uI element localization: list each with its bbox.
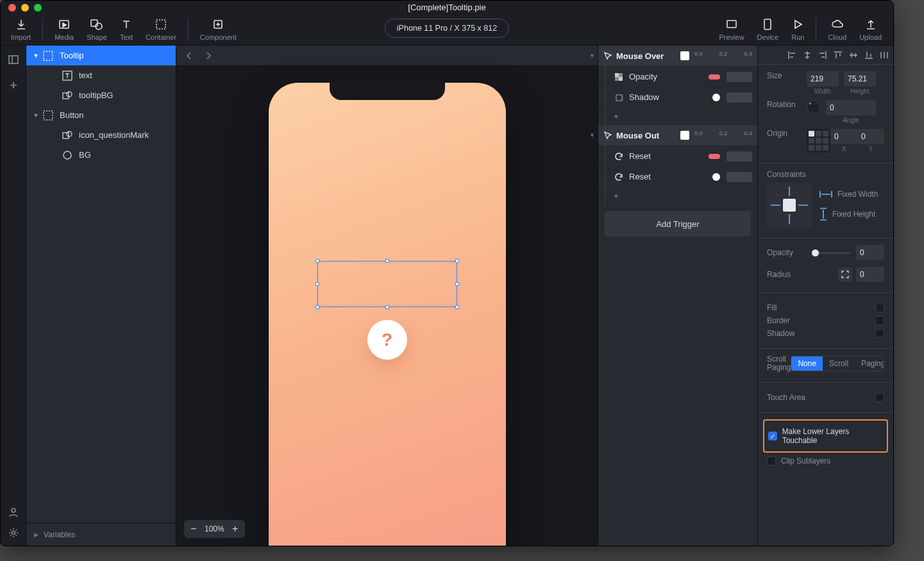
fill-toggle[interactable] <box>875 303 884 312</box>
container-icon <box>43 110 53 121</box>
rotation-field[interactable]: 0 <box>826 100 876 115</box>
color-indicator <box>709 74 720 80</box>
zoom-out-button[interactable]: − <box>187 523 201 535</box>
variables-row[interactable]: ▶ Variables <box>26 523 176 546</box>
origin-x-field[interactable]: 0 <box>830 129 857 144</box>
touch-area-row[interactable]: Touch Area <box>767 393 884 402</box>
media-button[interactable]: Media <box>48 17 80 41</box>
width-field[interactable]: 219 <box>807 71 839 87</box>
add-page-icon[interactable] <box>8 80 19 90</box>
container-button[interactable]: Container <box>139 17 183 41</box>
height-field[interactable]: 75.21 <box>844 71 876 87</box>
trigger-action-reset[interactable]: Reset <box>598 146 757 166</box>
layer-row-text[interactable]: text <box>26 65 176 85</box>
minimize-window[interactable] <box>21 4 29 12</box>
close-window[interactable] <box>8 4 16 12</box>
opacity-slider[interactable] <box>812 252 851 254</box>
align-left-icon[interactable] <box>787 50 797 60</box>
layer-row-tooltip[interactable]: ▼ Tooltip <box>26 46 176 65</box>
timeline-bar[interactable] <box>727 172 752 182</box>
trigger-action-shadow[interactable]: Shadow <box>598 87 757 107</box>
seg-none[interactable]: None <box>791 356 823 371</box>
align-bottom-icon[interactable] <box>864 50 874 60</box>
selection-box[interactable] <box>317 261 457 307</box>
trigger-add-action[interactable]: + <box>598 107 757 125</box>
canvas[interactable]: ? − 100% + <box>176 46 598 546</box>
clip-sublayers-checkbox[interactable]: Clip Sublayers <box>767 456 884 465</box>
text-button[interactable]: Text <box>113 17 139 41</box>
layer-row-button[interactable]: ▼ Button <box>26 105 176 125</box>
scroll-paging-segmented[interactable]: None Scroll Paging <box>791 356 884 371</box>
timeline-bar[interactable] <box>727 92 752 103</box>
layer-row-iconqm[interactable]: icon_questionMark <box>26 125 176 145</box>
trigger-add-action[interactable]: + <box>598 187 757 205</box>
trigger-block-mouseover[interactable]: ▼ Mouse Over 0.0 0.2 0.4 Opacity <box>598 46 757 125</box>
shadow-toggle-row[interactable]: Shadow <box>767 329 884 338</box>
divider <box>188 18 189 41</box>
zoom-in-button[interactable]: + <box>228 523 242 535</box>
upload-button[interactable]: Upload <box>853 17 888 41</box>
panels-icon[interactable] <box>8 54 19 65</box>
radius-corners-icon <box>841 271 849 278</box>
question-button[interactable]: ? <box>367 320 407 360</box>
trigger-action-opacity[interactable]: Opacity <box>598 66 757 87</box>
device-selector[interactable]: iPhone 11 Pro / X 375 x 812 <box>385 19 509 38</box>
device-frame[interactable]: ? <box>269 83 506 546</box>
align-top-icon[interactable] <box>833 50 843 60</box>
constraints-box[interactable] <box>767 183 812 228</box>
origin-picker[interactable] <box>807 129 830 153</box>
zoom-value[interactable]: 100% <box>201 524 228 533</box>
reset-icon <box>614 172 623 181</box>
timeline-bar[interactable] <box>727 151 752 162</box>
timeline-bar[interactable] <box>727 72 752 82</box>
import-button[interactable]: Import <box>4 17 37 41</box>
nav-back-button[interactable] <box>181 48 197 63</box>
chevron-down-icon[interactable]: ▼ <box>31 53 40 59</box>
layer-label: Tooltip <box>60 51 84 60</box>
run-button[interactable]: Run <box>785 17 811 41</box>
seg-scroll[interactable]: Scroll <box>823 356 855 371</box>
layer-row-bg[interactable]: BG <box>26 145 176 165</box>
chevron-down-icon[interactable]: ▼ <box>31 112 40 119</box>
add-trigger-button[interactable]: Add Trigger <box>605 211 751 237</box>
inspector-alignment-tabs <box>758 46 893 65</box>
component-button[interactable]: Component <box>194 17 243 41</box>
opacity-field[interactable]: 0 <box>856 245 884 260</box>
nav-forward-button[interactable] <box>201 48 216 63</box>
origin-y-field[interactable]: 0 <box>857 129 884 144</box>
gear-icon[interactable] <box>8 528 19 538</box>
make-lower-layers-touchable-checkbox[interactable]: ✓ Make Lower Layers Touchable <box>768 427 883 445</box>
seg-paging[interactable]: Paging <box>855 356 884 371</box>
border-toggle[interactable] <box>875 316 884 325</box>
fill-toggle-row[interactable]: Fill <box>767 303 884 312</box>
zoom-window[interactable] <box>34 4 42 12</box>
container-icon <box>155 19 167 30</box>
fixed-width-icon <box>819 190 832 198</box>
preview-button[interactable]: Preview <box>712 17 750 41</box>
fixed-width-toggle[interactable]: Fixed Width <box>819 190 878 199</box>
user-icon[interactable] <box>8 507 19 517</box>
distribute-icon[interactable] <box>879 50 889 60</box>
align-right-icon[interactable] <box>818 50 828 60</box>
align-hcenter-icon[interactable] <box>802 50 812 60</box>
layer-row-tooltipbg[interactable]: tooltipBG <box>26 85 176 105</box>
svg-rect-10 <box>44 51 53 60</box>
shadow-toggle[interactable] <box>875 329 884 338</box>
trigger-block-mouseout[interactable]: ▼ Mouse Out 0.0 0.2 0.4 Reset <box>598 125 757 205</box>
color-swatch[interactable] <box>680 51 689 60</box>
fixed-height-toggle[interactable]: Fixed Height <box>819 208 878 221</box>
radius-field[interactable]: 0 <box>856 267 884 282</box>
rotation-dial[interactable] <box>807 100 821 114</box>
device-button[interactable]: Device <box>751 17 785 41</box>
border-toggle-row[interactable]: Border <box>767 316 884 325</box>
color-swatch[interactable] <box>680 131 689 140</box>
app-window: [Complete]Tooltip.pie Import Media Shape… <box>0 0 894 546</box>
traffic-lights <box>8 4 42 12</box>
size-label: Size <box>767 71 807 80</box>
align-vcenter-icon[interactable] <box>848 50 859 60</box>
cloud-button[interactable]: Cloud <box>821 17 853 41</box>
radius-mode-button[interactable] <box>838 267 852 281</box>
trigger-action-reset[interactable]: Reset <box>598 166 757 187</box>
shape-button[interactable]: Shape <box>80 17 113 41</box>
touch-area-toggle[interactable] <box>875 393 884 402</box>
